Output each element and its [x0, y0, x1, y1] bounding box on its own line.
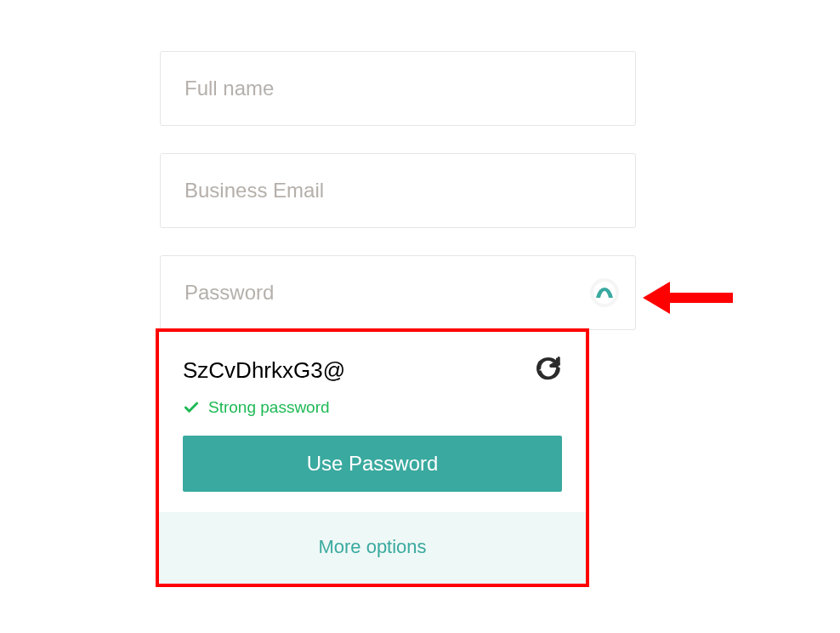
arrow-left-icon	[641, 277, 735, 319]
refresh-icon	[536, 356, 562, 381]
password-generator-popup: SzCvDhrkxG3@ Strong pas	[156, 328, 589, 587]
signup-form	[160, 51, 636, 330]
popup-footer: More options	[159, 512, 586, 584]
password-input[interactable]	[160, 255, 636, 330]
use-password-button[interactable]: Use Password	[183, 436, 562, 492]
password-strength-row: Strong password	[183, 398, 562, 417]
checkmark-icon	[183, 399, 200, 416]
more-options-button[interactable]: More options	[318, 536, 426, 558]
popup-main-section: SzCvDhrkxG3@ Strong pas	[159, 332, 586, 512]
generated-password-text: SzCvDhrkxG3@	[183, 357, 345, 384]
svg-marker-2	[643, 282, 670, 314]
password-field-wrapper	[160, 255, 636, 330]
password-manager-icon[interactable]	[590, 278, 619, 307]
email-input[interactable]	[160, 153, 636, 228]
regenerate-button[interactable]	[533, 354, 562, 386]
callout-arrow	[641, 277, 735, 322]
fullname-input[interactable]	[160, 51, 636, 126]
strength-label: Strong password	[208, 398, 330, 417]
popup-header-row: SzCvDhrkxG3@	[183, 354, 562, 386]
mountain-icon	[593, 282, 616, 304]
